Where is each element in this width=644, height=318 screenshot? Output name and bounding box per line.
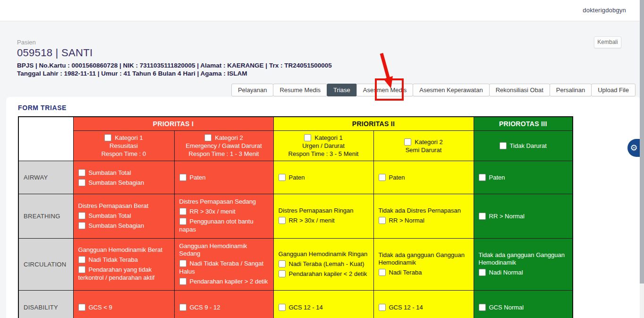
- tab-pelayanan[interactable]: Pelayanan: [231, 84, 273, 96]
- triage-option[interactable]: RR > Normal: [379, 216, 469, 224]
- tab-bar: Pelayanan Resume Medis Triase Asesmen Me…: [232, 84, 636, 96]
- checkbox-icon[interactable]: [179, 278, 186, 285]
- vertical-scrollbar[interactable]: [640, 0, 644, 318]
- checkbox-icon[interactable]: [404, 138, 411, 146]
- triage-option[interactable]: Paten: [279, 173, 369, 181]
- tab-asesmen-medis[interactable]: Asesmen Medis: [356, 84, 413, 96]
- breathing-p1k2-cell: Distres Pernapasan Sedang RR > 30x / men…: [174, 194, 273, 239]
- checkbox-icon[interactable]: [279, 270, 286, 277]
- triage-option[interactable]: Sumbatan Total: [78, 212, 169, 220]
- triage-option[interactable]: Nadi Tidak Teraba / Sangat Halus: [179, 259, 269, 275]
- checkbox-icon[interactable]: [78, 212, 85, 219]
- checkbox-icon[interactable]: [179, 304, 186, 311]
- checkbox-icon[interactable]: [78, 169, 85, 176]
- triage-option[interactable]: GCS < 9: [78, 303, 169, 311]
- checkbox-icon[interactable]: [279, 217, 286, 224]
- kategori-2-semi-darurat-cell: Kategori 2 Semi Darurat: [373, 131, 474, 161]
- row-label-circulation: CIRCULATION: [18, 239, 73, 291]
- disability-p2k2-cell: GCS 12 - 14: [373, 291, 474, 318]
- triage-option[interactable]: Pendarahan kapiler > 2 detik: [179, 277, 269, 285]
- patient-birth-line: Tanggal Lahir : 1982-11-11 | Umur : 41 T…: [17, 69, 332, 77]
- tab-persalinan[interactable]: Persalinan: [550, 84, 592, 96]
- checkbox-icon[interactable]: [304, 134, 311, 141]
- triage-option[interactable]: Sumbatan Sebagian: [78, 179, 169, 187]
- checkbox-icon[interactable]: [479, 213, 486, 220]
- checkbox-icon[interactable]: [179, 174, 186, 181]
- triage-option[interactable]: Sumbatan Total: [78, 169, 169, 177]
- triage-option[interactable]: GCS 9 - 12: [179, 303, 269, 311]
- row-label-airway: AIRWAY: [18, 161, 73, 194]
- triage-option[interactable]: Nadi Normal: [479, 268, 568, 276]
- corner-cell: [18, 117, 73, 161]
- main-panel: FORM TRIASE PRIORITAS I PRIORITAS II PRI…: [6, 97, 640, 318]
- tab-upload-file[interactable]: Upload File: [591, 84, 636, 96]
- checkbox-icon[interactable]: [78, 256, 85, 263]
- row-label-breathing: BREATHING: [18, 194, 73, 239]
- triage-option[interactable]: GCS 12 - 14: [279, 303, 369, 311]
- airway-p3-cell: Paten: [474, 161, 573, 194]
- disability-p1k2-cell: GCS 9 - 12: [174, 291, 273, 318]
- triage-option[interactable]: GCS Normal: [479, 303, 568, 311]
- priority-header-row: PRIORITAS I PRIORITAS II PRIOROTAS III: [18, 117, 573, 131]
- circulation-row: CIRCULATION Gangguan Hemodinamik Berat N…: [18, 239, 573, 291]
- tab-asesmen-keperawatan[interactable]: Asesmen Keperawatan: [413, 84, 489, 96]
- airway-row: AIRWAY Sumbatan Total Sumbatan Sebagian …: [18, 161, 573, 194]
- breathing-p2k1-cell: Distres Pernapasan Ringan RR > 30x / men…: [273, 194, 373, 239]
- checkbox-icon[interactable]: [279, 174, 286, 181]
- disability-row: DISABILITY GCS < 9 GCS 9 - 12 GCS 12 - 1…: [18, 291, 573, 318]
- circulation-p1k2-cell: Gangguan Hemodinamik Sedang Nadi Tidak T…: [174, 239, 273, 291]
- kategori-1-resusitasi-cell: Kategori 1 Resusitasi Respon Time : 0: [73, 131, 174, 161]
- triage-option[interactable]: RR > 30x / menit: [279, 216, 369, 224]
- triage-option[interactable]: Nadi Teraba (Lemah - Kuat): [279, 260, 369, 268]
- checkbox-icon[interactable]: [500, 142, 507, 149]
- triage-option[interactable]: RR > Normal: [479, 212, 568, 220]
- triage-option[interactable]: RR > 30x / menit: [179, 207, 269, 215]
- checkbox-icon[interactable]: [479, 269, 486, 276]
- checkbox-icon[interactable]: [379, 174, 386, 181]
- checkbox-icon[interactable]: [78, 266, 85, 273]
- checkbox-icon[interactable]: [179, 260, 186, 267]
- prioritas-1-header: PRIORITAS I: [73, 117, 273, 131]
- triage-option[interactable]: Sumbatan Sebagian: [78, 222, 169, 230]
- checkbox-icon[interactable]: [204, 134, 212, 141]
- triage-table-wrap: PRIORITAS I PRIORITAS II PRIOROTAS III K…: [18, 116, 573, 318]
- triage-option[interactable]: Nadi Teraba: [379, 268, 469, 276]
- triage-option[interactable]: Paten: [479, 173, 568, 181]
- triage-option[interactable]: Paten: [379, 173, 469, 181]
- page-title: FORM TRIASE: [18, 104, 67, 112]
- triage-option[interactable]: Pendarahan kapiler < 2 detik: [279, 270, 369, 278]
- circulation-p2k1-cell: Gangguan Hemodinamik Ringan Nadi Teraba …: [273, 239, 373, 291]
- tab-rekonsiliasi-obat[interactable]: Rekonsiliasi Obat: [489, 84, 550, 96]
- checkbox-icon[interactable]: [479, 304, 486, 311]
- disability-p2k1-cell: GCS 12 - 14: [273, 291, 373, 318]
- kategori-1-urgen-cell: Kategori 1 Urgen / Darurat Respon Time :…: [273, 131, 373, 161]
- checkbox-icon[interactable]: [78, 304, 85, 311]
- checkbox-icon[interactable]: [179, 218, 186, 225]
- checkbox-icon[interactable]: [379, 269, 386, 276]
- triage-option[interactable]: Nadi Tidak Teraba: [78, 256, 169, 264]
- circulation-p1k1-cell: Gangguan Hemodinamik Berat Nadi Tidak Te…: [73, 239, 174, 291]
- kembali-button[interactable]: Kembali: [594, 36, 621, 48]
- checkbox-icon[interactable]: [104, 134, 111, 141]
- triage-option[interactable]: GCS 12 - 14: [379, 303, 469, 311]
- prioritas-2-header: PRIORITAS II: [273, 117, 474, 131]
- checkbox-icon[interactable]: [279, 304, 286, 311]
- row-label-disability: DISABILITY: [18, 291, 73, 318]
- checkbox-icon[interactable]: [279, 260, 286, 267]
- checkbox-icon[interactable]: [379, 217, 386, 224]
- checkbox-icon[interactable]: [78, 222, 85, 229]
- disability-p1k1-cell: GCS < 9: [73, 291, 174, 318]
- checkbox-icon[interactable]: [78, 179, 85, 186]
- breathing-p2k2-cell: Tidak ada Distres Pernapasan RR > Normal: [373, 194, 474, 239]
- triage-option[interactable]: Pendarahan yang tidak terkontrol / penda…: [78, 266, 169, 282]
- scrollbar-thumb[interactable]: [640, 0, 644, 284]
- airway-p2k1-cell: Paten: [273, 161, 373, 194]
- checkbox-icon[interactable]: [379, 304, 386, 311]
- tidak-darurat-cell: Tidak Darurat: [474, 131, 573, 161]
- checkbox-icon[interactable]: [479, 174, 486, 181]
- tab-resume-medis[interactable]: Resume Medis: [273, 84, 327, 96]
- triage-option[interactable]: Paten: [179, 173, 269, 181]
- checkbox-icon[interactable]: [179, 208, 186, 215]
- triage-option[interactable]: Penggunaan otot bantu napas: [179, 217, 269, 233]
- tab-triase[interactable]: Triase: [327, 84, 357, 96]
